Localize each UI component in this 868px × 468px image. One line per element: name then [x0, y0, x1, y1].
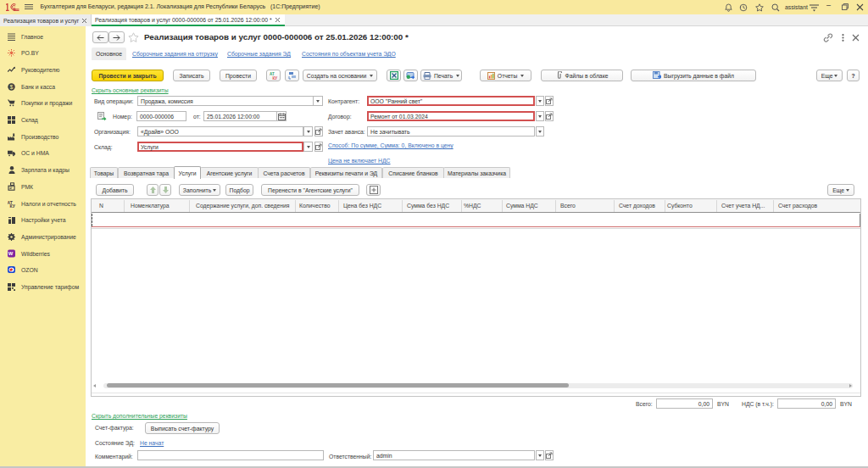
svg-text:КУ: КУ — [272, 76, 277, 81]
svg-text:W: W — [8, 251, 14, 256]
svg-text:КУ: КУ — [10, 203, 16, 208]
svg-text:$: $ — [9, 84, 13, 90]
